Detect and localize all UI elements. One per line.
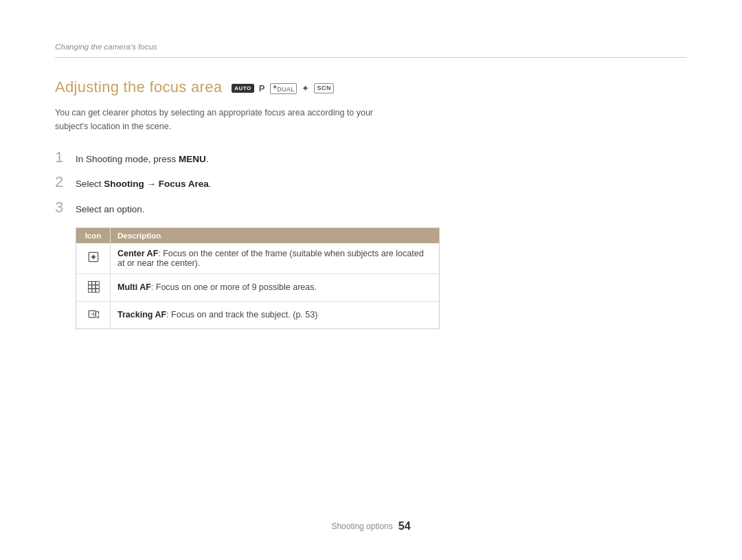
- multi-af-text: : Focus on one or more of 9 possible are…: [151, 282, 317, 292]
- section-title: Adjusting the focus area: [55, 78, 222, 96]
- step-2: 2 Select Shooting → Focus Area.: [55, 175, 687, 191]
- table-row-center-af: Center AF: Focus on the center of the fr…: [76, 243, 440, 274]
- steps-list: 1 In Shooting mode, press MENU. 2 Select…: [55, 150, 687, 216]
- table-header-row: Icon Description: [76, 227, 440, 243]
- step-3-text: Select an option.: [76, 203, 145, 216]
- tracking-af-desc: Tracking AF: Focus on and track the subj…: [111, 301, 440, 328]
- center-af-text: : Focus on the center of the frame (suit…: [117, 249, 424, 268]
- svg-rect-9: [95, 285, 99, 289]
- tracking-af-text: : Focus on and track the subject. (p. 53…: [166, 310, 317, 320]
- tracking-af-label: Tracking AF: [117, 310, 166, 320]
- multi-af-icon: [87, 286, 100, 295]
- table-row-tracking-af: Tracking AF: Focus on and track the subj…: [76, 301, 440, 328]
- step-1-number: 1: [55, 150, 69, 165]
- breadcrumb-text: Changing the camera's focus: [55, 43, 157, 51]
- step-2-bold: Shooting → Focus Area: [104, 179, 209, 189]
- footer-label: Shooting options: [331, 522, 392, 531]
- center-af-desc: Center AF: Focus on the center of the fr…: [111, 243, 440, 274]
- section-description: You can get clearer photos by selecting …: [55, 106, 385, 133]
- table-header-icon: Icon: [76, 227, 111, 243]
- mode-badges: AUTO P ❖DUAL ✦ SCN: [232, 83, 334, 94]
- step-2-text: Select Shooting → Focus Area.: [76, 177, 212, 191]
- tracking-af-icon-cell: [76, 301, 111, 328]
- center-af-label: Center AF: [117, 249, 158, 258]
- table-header-desc: Description: [111, 227, 440, 243]
- svg-rect-10: [88, 289, 91, 292]
- svg-point-3: [92, 256, 94, 258]
- options-table: Icon Description: [76, 227, 440, 329]
- badge-smart-icon: ✦: [302, 83, 309, 93]
- svg-rect-7: [88, 285, 91, 289]
- svg-rect-5: [91, 281, 95, 284]
- badge-scn: SCN: [314, 83, 334, 93]
- step-1-bold: MENU: [179, 154, 206, 164]
- page-container: Changing the camera's focus Adjusting th…: [0, 0, 742, 560]
- table-row-multi-af: Multi AF: Focus on one or more of 9 poss…: [76, 273, 440, 301]
- step-1-text: In Shooting mode, press MENU.: [76, 153, 209, 166]
- multi-af-label: Multi AF: [117, 282, 151, 292]
- center-af-icon: [87, 256, 100, 266]
- svg-rect-11: [91, 289, 95, 292]
- footer-page: 54: [398, 520, 411, 533]
- svg-rect-6: [95, 281, 99, 284]
- step-3-number: 3: [55, 200, 69, 215]
- multi-af-icon-cell: [76, 273, 111, 301]
- tracking-af-icon: [87, 313, 100, 323]
- section-title-row: Adjusting the focus area AUTO P ❖DUAL ✦ …: [55, 78, 687, 96]
- center-af-icon-cell: [76, 243, 111, 274]
- badge-p: P: [258, 83, 267, 94]
- step-2-number: 2: [55, 175, 69, 190]
- svg-rect-12: [95, 289, 99, 292]
- breadcrumb: Changing the camera's focus: [55, 41, 687, 58]
- svg-rect-4: [88, 281, 91, 284]
- badge-auto: AUTO: [232, 84, 254, 93]
- footer: Shooting options 54: [0, 520, 742, 533]
- step-1: 1 In Shooting mode, press MENU.: [55, 150, 687, 166]
- multi-af-desc: Multi AF: Focus on one or more of 9 poss…: [111, 273, 440, 301]
- badge-dual: ❖DUAL: [270, 83, 297, 94]
- svg-rect-8: [91, 285, 95, 289]
- step-3: 3 Select an option.: [55, 200, 687, 216]
